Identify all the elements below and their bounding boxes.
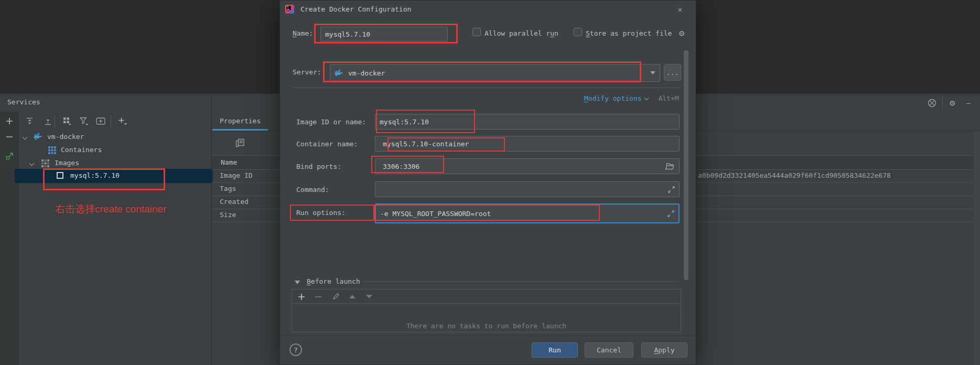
bind-ports-input[interactable]: 3306:3306 — [375, 158, 680, 174]
before-launch-tasks-box: There are no tasks to run before launch — [292, 289, 681, 332]
combobox-caret-icon[interactable] — [650, 71, 655, 74]
server-combobox[interactable]: vm-docker — [330, 64, 660, 82]
run-options-input[interactable]: -e MYSQL_ROOT_PASSWORD=root — [375, 203, 680, 223]
table-row-size[interactable]: Size — [220, 211, 236, 219]
collapse-section-icon[interactable] — [295, 281, 300, 284]
move-task-down-icon[interactable] — [366, 295, 372, 298]
server-label: Server: — [293, 68, 321, 76]
run-options-label: Run options: — [296, 209, 346, 217]
column-header-name: Name — [221, 158, 237, 166]
services-panel-title: Services — [7, 98, 40, 106]
intellij-logo-icon — [285, 5, 294, 15]
modify-options-shortcut: Alt+M — [658, 94, 679, 102]
command-label: Command: — [296, 186, 329, 194]
before-launch-label: Before launch — [307, 277, 360, 285]
allow-parallel-run-label: Allow parallel run — [484, 29, 558, 37]
tree-item-containers[interactable]: Containers — [0, 144, 211, 157]
add-dropdown-icon[interactable] — [116, 115, 129, 127]
bind-ports-label: Bind ports: — [296, 163, 341, 170]
store-as-project-file-label: Store as project file — [586, 29, 672, 37]
store-options-gear-icon[interactable]: ⚙ — [679, 29, 684, 38]
name-input-value: mysql5.7.10 — [325, 30, 370, 38]
image-id-label: Image ID or name: — [296, 118, 366, 126]
container-name-input[interactable]: mysql5.7.10-container — [375, 136, 680, 152]
image-id-input[interactable]: mysql:5.7.10 — [375, 114, 680, 130]
server-combobox-value: vm-docker — [348, 69, 385, 77]
dialog-title: Create Docker Configuration — [300, 5, 411, 13]
chevron-down-icon[interactable] — [29, 161, 35, 166]
apply-button[interactable]: Apply — [641, 342, 687, 358]
group-by-icon[interactable] — [61, 115, 73, 127]
expand-field-icon[interactable] — [668, 186, 675, 193]
tree-label-vm-docker: vm-docker — [47, 133, 84, 141]
image-id-input-value: mysql:5.7.10 — [380, 118, 429, 126]
create-docker-configuration-dialog: Create Docker Configuration ✕ Name: mysq… — [279, 0, 696, 365]
annotation-text: 右击选择create container — [55, 202, 166, 216]
add-to-frame-icon[interactable] — [94, 115, 107, 127]
modify-options-link[interactable]: Modify options — [584, 94, 642, 102]
before-launch-separator — [363, 281, 679, 282]
button-bar-separator — [280, 336, 696, 336]
table-row-created[interactable]: Created — [220, 198, 249, 206]
table-row-image-id[interactable]: Image ID — [220, 171, 253, 179]
no-tasks-message: There are no tasks to run before launch — [292, 322, 681, 330]
section-separator — [293, 88, 681, 88]
expand-field-icon[interactable] — [667, 210, 674, 217]
collapse-all-icon[interactable] — [41, 115, 54, 127]
expand-all-icon[interactable] — [23, 115, 36, 127]
add-task-icon[interactable] — [298, 293, 305, 302]
allow-parallel-run-checkbox[interactable] — [472, 28, 481, 36]
table-row-tags[interactable]: Tags — [220, 185, 236, 192]
images-icon — [41, 159, 49, 169]
store-as-project-file-checkbox[interactable] — [574, 28, 582, 36]
tree-item-mysql-image[interactable]: mysql:5.7.10 — [15, 169, 213, 183]
name-input[interactable]: mysql5.7.10 — [320, 27, 448, 41]
tree-label-containers: Containers — [61, 146, 102, 154]
containers-icon — [48, 146, 56, 156]
image-square-icon — [57, 172, 63, 179]
filter-icon[interactable] — [78, 115, 90, 127]
tab-properties[interactable]: Properties — [220, 117, 261, 125]
run-options-input-value: -e MYSQL_ROOT_PASSWORD=root — [380, 210, 491, 218]
name-label: Name: — [293, 29, 313, 37]
bind-ports-input-value: 3306:3306 — [383, 163, 419, 170]
edit-task-icon[interactable] — [332, 293, 340, 302]
table-scrollbar[interactable] — [974, 132, 980, 365]
container-name-label: Container name: — [296, 140, 358, 148]
tasks-toolbar — [292, 289, 681, 304]
chevron-down-icon[interactable] — [644, 96, 648, 100]
copy-icon[interactable] — [235, 138, 245, 149]
cancel-button[interactable]: Cancel — [585, 342, 633, 358]
docker-icon — [335, 69, 344, 77]
add-service-icon[interactable] — [4, 116, 15, 126]
browse-server-button[interactable]: ... — [664, 64, 681, 81]
dialog-scrollbar[interactable] — [684, 50, 688, 280]
help-button[interactable]: ? — [289, 343, 302, 356]
image-id-value: a0b09d2d3321405ea5444a029f60f1cd90505834… — [698, 171, 891, 179]
command-input[interactable] — [375, 181, 680, 197]
remove-task-icon[interactable] — [315, 293, 322, 302]
modify-options-row: Modify options Alt+M — [584, 94, 679, 102]
move-task-up-icon[interactable] — [349, 295, 356, 298]
run-button[interactable]: Run — [532, 342, 578, 358]
chevron-down-icon[interactable] — [23, 135, 28, 140]
browse-folder-icon[interactable] — [665, 163, 675, 170]
close-icon[interactable]: ✕ — [673, 3, 687, 16]
tree-label-mysql-image: mysql:5.7.10 — [70, 171, 120, 179]
tree-item-vm-docker[interactable]: vm-docker — [0, 131, 211, 144]
docker-server-icon — [34, 133, 43, 142]
tree-item-images[interactable]: Images — [0, 157, 211, 170]
container-name-input-value: mysql5.7.10-container — [383, 140, 469, 148]
tree-label-images: Images — [55, 159, 79, 167]
